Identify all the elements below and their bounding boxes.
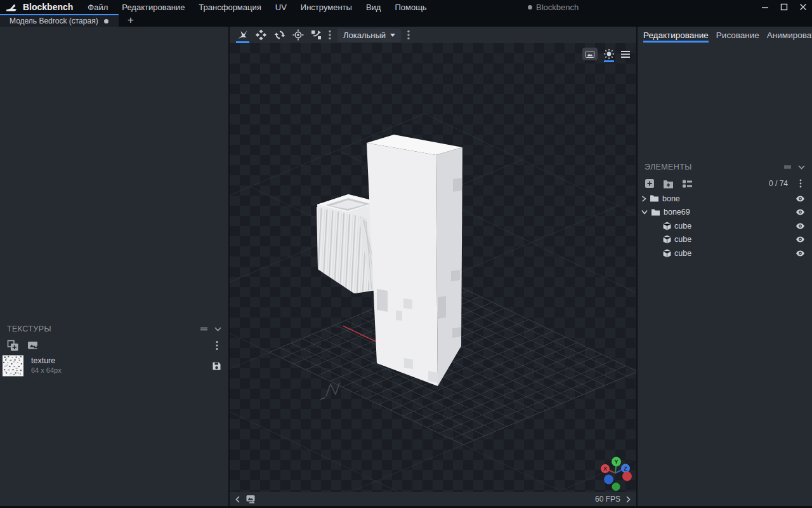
save-texture-icon[interactable]: [212, 361, 221, 371]
chevron-right-icon[interactable]: [641, 196, 646, 202]
add-cube-button[interactable]: [645, 178, 655, 189]
gizmo-neg-y-ball: [612, 483, 620, 491]
rotate-tool-button[interactable]: [270, 27, 289, 43]
tab-paint-mode[interactable]: Рисование: [712, 27, 763, 43]
chevron-down-icon[interactable]: [641, 210, 648, 215]
selection-counter: 0 / 74: [769, 179, 788, 188]
new-tab-button[interactable]: +: [119, 14, 143, 27]
cube-name: cube: [674, 235, 691, 244]
north-marker: [320, 383, 339, 399]
outliner-row-group[interactable]: bone: [638, 192, 812, 206]
viewport-3d-scene: X Y Z: [230, 43, 636, 492]
cube-icon: [663, 235, 671, 244]
gizmo-neg-x-ball: [622, 472, 632, 481]
outliner-toggles-button[interactable]: [682, 179, 693, 189]
texture-list-item[interactable]: texture 64 x 64px: [0, 354, 228, 378]
viewport-canvas[interactable]: X Y Z: [230, 43, 636, 492]
unsaved-dot-icon: [104, 19, 108, 23]
pivot-tool-button[interactable]: [289, 27, 307, 43]
outliner-row-group[interactable]: bone69: [638, 206, 812, 220]
texture-size: 64 x 64px: [31, 366, 204, 375]
gizmo-y-label: Y: [614, 458, 618, 465]
visibility-eye-icon[interactable]: [796, 250, 805, 257]
visibility-eye-icon[interactable]: [796, 236, 805, 243]
toolbar-overflow-icon[interactable]: [325, 27, 334, 43]
gizmo-neg-z-ball: [604, 475, 613, 485]
toolbar-menu-icon[interactable]: [404, 27, 413, 43]
tab-label: Модель Bedrock (старая): [10, 17, 99, 25]
chevron-down-icon: [390, 34, 395, 37]
collapse-panel-icon[interactable]: [798, 165, 805, 170]
menu-item-uv[interactable]: UV: [268, 3, 294, 12]
tab-model-bedrock[interactable]: Модель Bedrock (старая): [0, 14, 119, 27]
prev-view-button[interactable]: [235, 496, 240, 503]
mode-tabs: Редактирование Рисование Анимировать: [638, 27, 812, 43]
tab-animate-mode[interactable]: Анимировать: [763, 27, 812, 43]
close-button[interactable]: [799, 3, 807, 11]
gizmo-x-label: X: [603, 465, 607, 472]
textures-toolbar: [0, 337, 228, 354]
visibility-eye-icon[interactable]: [796, 222, 805, 230]
collapse-panel-icon[interactable]: [214, 327, 221, 331]
tab-edit-mode[interactable]: Редактирование: [639, 27, 712, 43]
add-texture-button[interactable]: [7, 340, 19, 352]
move-tool-button[interactable]: [233, 27, 252, 43]
textures-menu-icon[interactable]: [213, 337, 221, 354]
viewport-menu-button[interactable]: [620, 50, 631, 58]
transform-space-dropdown[interactable]: Локальный: [337, 29, 401, 42]
textures-panel-title: ТЕКСТУРЫ: [7, 324, 51, 333]
transform-space-value: Локальный: [343, 30, 386, 40]
background-image-button[interactable]: [582, 48, 598, 60]
viewport-column: Локальный: [230, 27, 636, 506]
gizmo-z-label: Z: [624, 465, 627, 472]
outliner-menu-icon[interactable]: [796, 175, 805, 192]
cube-icon: [663, 249, 671, 258]
visibility-eye-icon[interactable]: [796, 195, 805, 203]
resize-tool-button[interactable]: [252, 27, 270, 43]
menu-item-file[interactable]: Файл: [81, 3, 115, 12]
viewport-corner-controls: [582, 48, 631, 60]
viewport-toolbar: Локальный: [230, 27, 636, 43]
texture-thumbnail: [3, 355, 23, 377]
vertex-snap-tool-button[interactable]: [307, 27, 325, 43]
axis-gizmo: X Y Z: [601, 457, 632, 491]
menu-item-tools[interactable]: Инструменты: [294, 3, 359, 12]
window-title-dot-icon: [528, 5, 532, 10]
maximize-button[interactable]: [780, 3, 788, 11]
outliner-row-cube[interactable]: cube: [638, 219, 812, 233]
right-panel: Редактирование Рисование Анимировать ЭЛЕ…: [636, 27, 812, 506]
menu-item-help[interactable]: Помощь: [388, 3, 433, 12]
texture-name: texture: [31, 356, 204, 366]
drag-handle-icon[interactable]: [200, 326, 208, 331]
blockbench-logo-icon: [5, 2, 19, 12]
menu-item-transform[interactable]: Трансформация: [192, 3, 268, 12]
lighting-sun-button[interactable]: [603, 48, 615, 60]
group-name: bone69: [664, 208, 690, 217]
viewport-statusbar: 60 FPS: [230, 492, 636, 506]
format-icon[interactable]: [246, 495, 256, 504]
drag-handle-icon[interactable]: [783, 164, 792, 170]
add-group-button[interactable]: [663, 179, 674, 189]
visibility-eye-icon[interactable]: [796, 208, 805, 216]
outliner-row-cube[interactable]: cube: [638, 246, 812, 260]
elements-panel-title: ЭЛЕМЕНТЫ: [645, 163, 692, 171]
outliner-row-cube[interactable]: cube: [638, 233, 812, 247]
menu-item-view[interactable]: Вид: [359, 3, 388, 12]
menu-item-edit[interactable]: Редактирование: [115, 3, 192, 12]
texture-meta: texture 64 x 64px: [31, 356, 204, 375]
textures-panel: ТЕКСТУРЫ texture: [0, 321, 228, 378]
outliner-toolbar: 0 / 74: [638, 175, 812, 192]
app-title: Blockbench: [23, 2, 73, 12]
cube-name: cube: [674, 249, 691, 258]
group-name: bone: [662, 194, 680, 203]
cube-icon: [663, 222, 671, 231]
window-title: Blockbench: [528, 0, 579, 14]
next-view-button[interactable]: [626, 496, 631, 503]
folder-icon: [651, 208, 660, 217]
fps-counter: 60 FPS: [595, 495, 620, 504]
folder-icon: [650, 194, 659, 203]
elements-panel: ЭЛЕМЕНТЫ 0 / 74: [638, 159, 812, 260]
minimize-button[interactable]: [761, 3, 769, 11]
import-texture-button[interactable]: [27, 340, 39, 351]
tab-bar: Модель Bedrock (старая) +: [0, 14, 812, 27]
